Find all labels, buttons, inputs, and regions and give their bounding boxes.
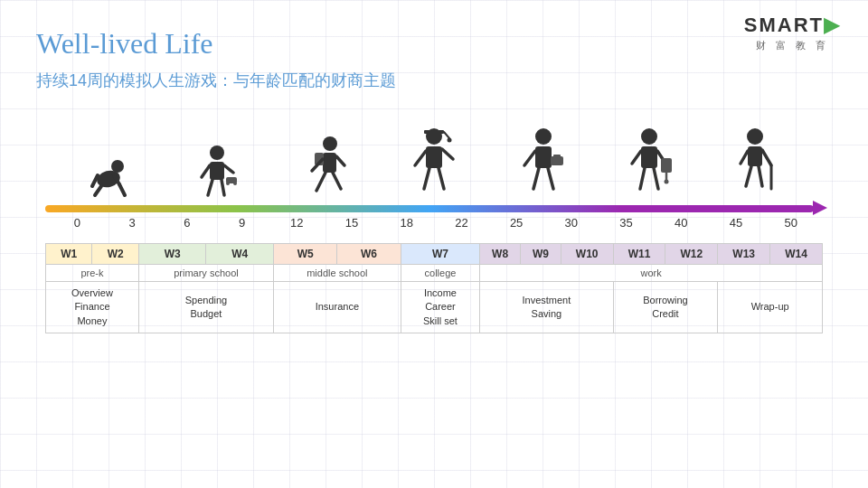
timeline-bar	[45, 204, 823, 213]
svg-line-53	[759, 166, 762, 186]
figure-travel	[597, 127, 705, 200]
svg-point-44	[664, 180, 668, 184]
svg-line-29	[424, 168, 429, 189]
topic-borrowing: BorrowingCredit	[613, 282, 718, 333]
svg-point-0	[111, 160, 124, 173]
svg-line-33	[524, 151, 535, 165]
topic-wrapup: Wrap-up	[718, 282, 823, 333]
svg-rect-23	[424, 130, 444, 134]
age-labels: 0 3 6 9 12 15 18 22 25 30 35 40 45 50	[50, 216, 818, 230]
age-40: 40	[654, 216, 709, 230]
svg-line-4	[95, 186, 101, 195]
age-12: 12	[269, 216, 325, 230]
week-w5: W5	[273, 244, 336, 265]
svg-line-10	[208, 180, 212, 195]
stage-primary: primary school	[138, 265, 273, 282]
figures-row	[54, 109, 814, 200]
svg-line-36	[533, 168, 539, 189]
week-w11: W11	[613, 244, 665, 265]
age-0: 0	[50, 216, 105, 230]
svg-line-49	[741, 151, 748, 164]
topic-row: OverviewFinanceMoney SpendingBudget Insu…	[46, 282, 823, 333]
svg-line-9	[224, 165, 233, 173]
svg-line-40	[632, 151, 641, 164]
svg-line-28	[442, 149, 453, 159]
age-6: 6	[159, 216, 214, 230]
svg-line-52	[746, 166, 751, 186]
svg-rect-32	[535, 146, 552, 168]
week-w10: W10	[561, 244, 613, 265]
svg-point-38	[641, 128, 657, 145]
svg-rect-7	[210, 162, 224, 180]
topic-investment: InvestmentSaving	[480, 282, 613, 333]
week-w8: W8	[480, 244, 521, 265]
subtitle: 持续14周的模拟人生游戏：与年龄匹配的财商主题	[36, 70, 832, 91]
topic-insurance: Insurance	[273, 282, 401, 333]
stage-work: work	[480, 265, 823, 282]
svg-line-19	[336, 156, 344, 165]
svg-rect-16	[323, 153, 336, 173]
svg-point-25	[447, 138, 451, 143]
week-w6: W6	[337, 244, 401, 265]
figure-business	[488, 127, 597, 200]
svg-line-20	[316, 173, 326, 191]
age-22: 22	[434, 216, 489, 230]
svg-point-14	[233, 182, 237, 185]
svg-line-50	[762, 150, 771, 165]
svg-point-15	[323, 136, 337, 151]
svg-point-13	[226, 182, 230, 185]
svg-line-46	[654, 168, 658, 189]
week-w9: W9	[520, 244, 561, 265]
figure-graduate	[380, 127, 488, 200]
age-35: 35	[599, 216, 654, 230]
week-w3: W3	[138, 244, 206, 265]
svg-line-24	[444, 132, 449, 138]
svg-line-21	[333, 173, 341, 189]
timeline-container: 0 3 6 9 12 15 18 22 25 30 35 40 45 50	[45, 109, 823, 230]
main-title: Well-lived Life	[36, 27, 832, 61]
svg-line-2	[92, 175, 98, 186]
topic-income: IncomeCareerSkill set	[401, 282, 479, 333]
age-18: 18	[379, 216, 434, 230]
week-w1: W1	[46, 244, 92, 265]
week-w7: W7	[401, 244, 479, 265]
week-w14: W14	[770, 244, 823, 265]
svg-line-27	[415, 151, 426, 165]
age-45: 45	[709, 216, 764, 230]
svg-line-11	[222, 180, 224, 195]
svg-line-3	[119, 184, 125, 195]
topic-spending: SpendingBudget	[138, 282, 273, 333]
svg-rect-39	[641, 146, 657, 168]
age-3: 3	[105, 216, 160, 230]
week-w4: W4	[206, 244, 274, 265]
figure-toddler	[163, 145, 271, 200]
week-w2: W2	[92, 244, 138, 265]
age-25: 25	[489, 216, 544, 230]
figure-baby	[54, 159, 163, 200]
age-30: 30	[543, 216, 599, 230]
stage-middle: middle school	[273, 265, 401, 282]
age-15: 15	[325, 216, 380, 230]
week-w13: W13	[718, 244, 770, 265]
svg-point-47	[747, 128, 763, 145]
week-w12: W12	[665, 244, 718, 265]
stage-college: college	[401, 265, 479, 282]
svg-line-8	[202, 165, 210, 177]
age-9: 9	[214, 216, 269, 230]
svg-line-37	[548, 168, 553, 189]
svg-rect-35	[553, 155, 561, 158]
schedule-table: W1 W2 W3 W4 W5 W6 W7 W8 W9 W10 W11 W12 W…	[45, 243, 823, 333]
stage-prek: pre-k	[46, 265, 139, 282]
svg-line-30	[439, 168, 444, 189]
week-header-row: W1 W2 W3 W4 W5 W6 W7 W8 W9 W10 W11 W12 W…	[46, 244, 823, 265]
figure-child	[271, 136, 380, 200]
svg-rect-42	[661, 158, 672, 173]
topic-overview: OverviewFinanceMoney	[46, 282, 139, 333]
svg-line-45	[640, 168, 645, 189]
figure-elderly	[705, 127, 814, 200]
age-50: 50	[763, 216, 818, 230]
stage-row: pre-k primary school middle school colle…	[46, 265, 823, 282]
svg-point-31	[535, 128, 552, 145]
svg-rect-26	[426, 146, 442, 168]
svg-rect-48	[748, 146, 762, 166]
